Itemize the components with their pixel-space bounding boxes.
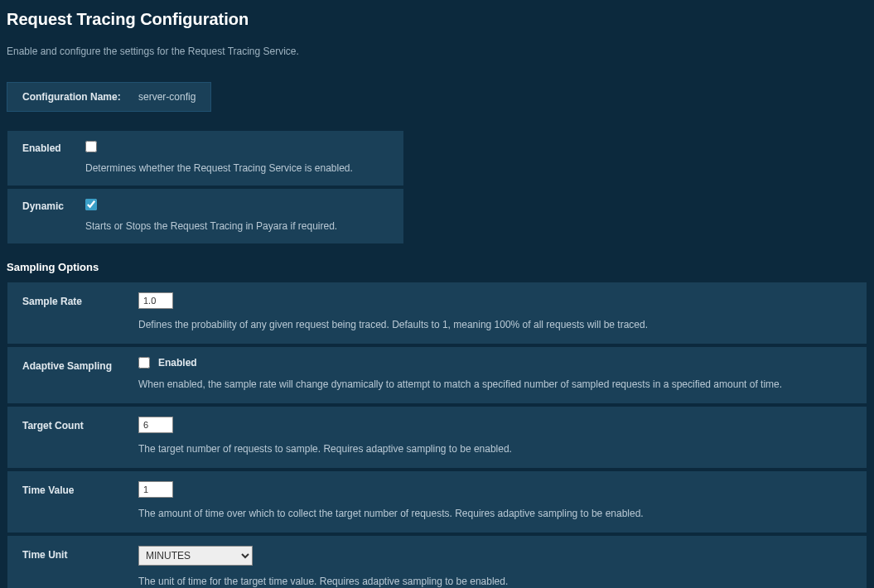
time-unit-help: The unit of time for the target time val… xyxy=(138,576,852,587)
adaptive-sampling-label: Adaptive Sampling xyxy=(22,357,138,390)
sampling-section-title: Sampling Options xyxy=(7,261,867,273)
enabled-row: Enabled Determines whether the Request T… xyxy=(7,130,404,186)
enabled-label: Enabled xyxy=(22,141,85,174)
adaptive-sampling-checkbox[interactable] xyxy=(138,357,150,369)
enabled-checkbox[interactable] xyxy=(85,141,97,152)
time-unit-select[interactable]: MINUTES xyxy=(138,546,253,566)
sampling-block: Sample Rate Defines the probability of a… xyxy=(7,282,867,588)
sample-rate-row: Sample Rate Defines the probability of a… xyxy=(7,282,867,345)
target-count-row: Target Count The target number of reques… xyxy=(7,406,867,469)
sample-rate-label: Sample Rate xyxy=(22,292,138,330)
time-value-help: The amount of time over which to collect… xyxy=(138,508,852,519)
target-count-input[interactable] xyxy=(138,417,173,433)
page-subtitle: Enable and configure the settings for th… xyxy=(7,46,867,57)
time-value-row: Time Value The amount of time over which… xyxy=(7,470,867,533)
time-value-input[interactable] xyxy=(138,481,173,498)
dynamic-label: Dynamic xyxy=(22,199,85,232)
sample-rate-help: Defines the probability of any given req… xyxy=(138,319,852,330)
config-name-box: Configuration Name: server-config xyxy=(7,82,211,112)
target-count-help: The target number of requests to sample.… xyxy=(138,443,852,455)
time-value-label: Time Value xyxy=(22,481,138,519)
config-name-label: Configuration Name: xyxy=(22,91,121,103)
enabled-help: Determines whether the Request Tracing S… xyxy=(85,162,389,174)
dynamic-checkbox[interactable] xyxy=(85,199,97,210)
adaptive-sampling-enabled-label: Enabled xyxy=(158,357,197,369)
config-name-value: server-config xyxy=(138,91,196,103)
dynamic-row: Dynamic Starts or Stops the Request Trac… xyxy=(7,188,404,244)
target-count-label: Target Count xyxy=(22,417,138,455)
time-unit-label: Time Unit xyxy=(22,546,138,587)
settings-block: Enabled Determines whether the Request T… xyxy=(7,130,404,244)
dynamic-help: Starts or Stops the Request Tracing in P… xyxy=(85,220,389,232)
adaptive-sampling-help: When enabled, the sample rate will chang… xyxy=(138,378,852,390)
adaptive-sampling-row: Adaptive Sampling Enabled When enabled, … xyxy=(7,346,867,404)
sample-rate-input[interactable] xyxy=(138,292,173,309)
page-title: Request Tracing Configuration xyxy=(7,10,867,29)
time-unit-row: Time Unit MINUTES The unit of time for t… xyxy=(7,535,867,588)
